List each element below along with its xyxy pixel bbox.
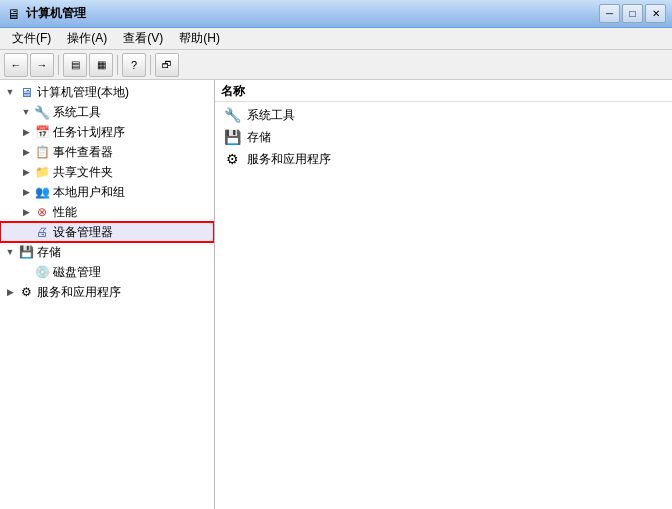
show-tree-button[interactable]: ▤ bbox=[63, 53, 87, 77]
column-name-label: 名称 bbox=[221, 83, 245, 100]
task-label: 任务计划程序 bbox=[53, 124, 125, 141]
perf-icon: ⊗ bbox=[34, 204, 50, 220]
window-controls: ─ □ ✕ bbox=[599, 4, 666, 23]
event-label: 事件查看器 bbox=[53, 144, 113, 161]
right-panel: 名称 🔧 系统工具 💾 存储 ⚙ 服务和应用程序 bbox=[215, 80, 672, 509]
tree-item-device-manager[interactable]: 🖨 设备管理器 bbox=[0, 222, 214, 242]
root-icon: 🖥 bbox=[18, 84, 34, 100]
menu-bar: 文件(F) 操作(A) 查看(V) 帮助(H) bbox=[0, 28, 672, 50]
window-icon: 🖥 bbox=[6, 6, 22, 22]
close-button[interactable]: ✕ bbox=[645, 4, 666, 23]
shared-icon: 📁 bbox=[34, 164, 50, 180]
disk-label: 磁盘管理 bbox=[53, 264, 101, 281]
perf-expand-icon[interactable]: ▶ bbox=[18, 204, 34, 220]
users-label: 本地用户和组 bbox=[53, 184, 125, 201]
help-button[interactable]: ? bbox=[122, 53, 146, 77]
toolbar: ← → ▤ ▦ ? 🗗 bbox=[0, 50, 672, 80]
system-tools-icon: 🔧 bbox=[34, 104, 50, 120]
title-bar: 🖥 计算机管理 ─ □ ✕ bbox=[0, 0, 672, 28]
right-panel-list: 🔧 系统工具 💾 存储 ⚙ 服务和应用程序 bbox=[215, 102, 672, 172]
tree-item-storage[interactable]: ▼ 💾 存储 bbox=[0, 242, 214, 262]
right-panel-header: 名称 bbox=[215, 82, 672, 102]
tree-item-disk-management[interactable]: 💿 磁盘管理 bbox=[0, 262, 214, 282]
device-icon: 🖨 bbox=[34, 224, 50, 240]
list-item-storage[interactable]: 💾 存储 bbox=[215, 126, 672, 148]
perf-label: 性能 bbox=[53, 204, 77, 221]
tree-item-services-apps[interactable]: ▶ ⚙ 服务和应用程序 bbox=[0, 282, 214, 302]
menu-action[interactable]: 操作(A) bbox=[59, 28, 115, 49]
task-icon: 📅 bbox=[34, 124, 50, 140]
root-expand-icon[interactable]: ▼ bbox=[2, 84, 18, 100]
event-icon: 📋 bbox=[34, 144, 50, 160]
toolbar-separator-1 bbox=[58, 55, 59, 75]
shared-expand-icon[interactable]: ▶ bbox=[18, 164, 34, 180]
list-item-services-apps[interactable]: ⚙ 服务和应用程序 bbox=[215, 148, 672, 170]
tree-item-event-viewer[interactable]: ▶ 📋 事件查看器 bbox=[0, 142, 214, 162]
main-area: ▼ 🖥 计算机管理(本地) ▼ 🔧 系统工具 ▶ 📅 任务计划程序 bbox=[0, 80, 672, 509]
services-label: 服务和应用程序 bbox=[37, 284, 121, 301]
left-panel: ▼ 🖥 计算机管理(本地) ▼ 🔧 系统工具 ▶ 📅 任务计划程序 bbox=[0, 80, 215, 509]
storage-label: 存储 bbox=[37, 244, 61, 261]
maximize-button[interactable]: □ bbox=[622, 4, 643, 23]
event-expand-icon[interactable]: ▶ bbox=[18, 144, 34, 160]
task-expand-icon[interactable]: ▶ bbox=[18, 124, 34, 140]
menu-view[interactable]: 查看(V) bbox=[115, 28, 171, 49]
storage-expand-icon[interactable]: ▼ bbox=[2, 244, 18, 260]
list-item-system-tools[interactable]: 🔧 系统工具 bbox=[215, 104, 672, 126]
list-storage-label: 存储 bbox=[247, 129, 271, 146]
list-storage-icon: 💾 bbox=[223, 128, 241, 146]
toolbar-separator-3 bbox=[150, 55, 151, 75]
toolbar-separator-2 bbox=[117, 55, 118, 75]
shared-label: 共享文件夹 bbox=[53, 164, 113, 181]
system-tools-expand-icon[interactable]: ▼ bbox=[18, 104, 34, 120]
tree: ▼ 🖥 计算机管理(本地) ▼ 🔧 系统工具 ▶ 📅 任务计划程序 bbox=[0, 80, 214, 304]
menu-file[interactable]: 文件(F) bbox=[4, 28, 59, 49]
root-label: 计算机管理(本地) bbox=[37, 84, 129, 101]
list-services-icon: ⚙ bbox=[223, 150, 241, 168]
export-button[interactable]: 🗗 bbox=[155, 53, 179, 77]
back-button[interactable]: ← bbox=[4, 53, 28, 77]
forward-button[interactable]: → bbox=[30, 53, 54, 77]
show-list-button[interactable]: ▦ bbox=[89, 53, 113, 77]
menu-help[interactable]: 帮助(H) bbox=[171, 28, 228, 49]
tree-item-task-scheduler[interactable]: ▶ 📅 任务计划程序 bbox=[0, 122, 214, 142]
tree-item-shared-folders[interactable]: ▶ 📁 共享文件夹 bbox=[0, 162, 214, 182]
minimize-button[interactable]: ─ bbox=[599, 4, 620, 23]
disk-icon: 💿 bbox=[34, 264, 50, 280]
system-tools-label: 系统工具 bbox=[53, 104, 101, 121]
tree-item-system-tools[interactable]: ▼ 🔧 系统工具 bbox=[0, 102, 214, 122]
services-icon: ⚙ bbox=[18, 284, 34, 300]
tree-item-performance[interactable]: ▶ ⊗ 性能 bbox=[0, 202, 214, 222]
storage-icon: 💾 bbox=[18, 244, 34, 260]
tree-root[interactable]: ▼ 🖥 计算机管理(本地) bbox=[0, 82, 214, 102]
users-expand-icon[interactable]: ▶ bbox=[18, 184, 34, 200]
users-icon: 👥 bbox=[34, 184, 50, 200]
services-expand-icon[interactable]: ▶ bbox=[2, 284, 18, 300]
tree-item-local-users[interactable]: ▶ 👥 本地用户和组 bbox=[0, 182, 214, 202]
window-title: 计算机管理 bbox=[26, 5, 86, 22]
list-system-tools-label: 系统工具 bbox=[247, 107, 295, 124]
list-system-tools-icon: 🔧 bbox=[223, 106, 241, 124]
device-label: 设备管理器 bbox=[53, 224, 113, 241]
list-services-label: 服务和应用程序 bbox=[247, 151, 331, 168]
